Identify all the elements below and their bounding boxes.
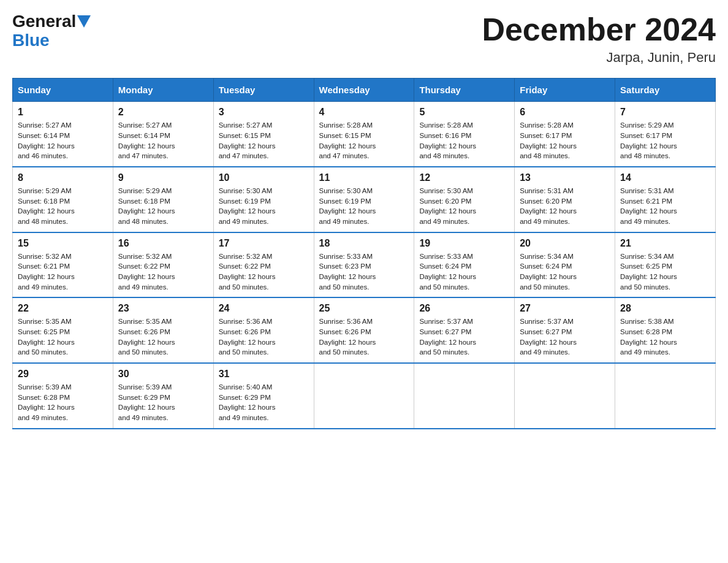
- day-info: Sunrise: 5:31 AMSunset: 6:20 PMDaylight:…: [520, 186, 610, 227]
- day-number: 6: [520, 107, 610, 118]
- calendar-header-row: SundayMondayTuesdayWednesdayThursdayFrid…: [13, 79, 716, 102]
- day-info: Sunrise: 5:32 AMSunset: 6:22 PMDaylight:…: [118, 251, 208, 293]
- calendar-day-cell: 4Sunrise: 5:28 AMSunset: 6:15 PMDaylight…: [314, 102, 414, 167]
- header-day-friday: Friday: [515, 79, 615, 102]
- calendar-day-cell: 8Sunrise: 5:29 AMSunset: 6:18 PMDaylight…: [13, 167, 113, 232]
- calendar-day-cell: 1Sunrise: 5:27 AMSunset: 6:14 PMDaylight…: [13, 102, 113, 167]
- day-info: Sunrise: 5:37 AMSunset: 6:27 PMDaylight:…: [520, 316, 610, 358]
- day-number: 28: [620, 303, 710, 314]
- day-info: Sunrise: 5:29 AMSunset: 6:18 PMDaylight:…: [18, 186, 108, 227]
- day-number: 13: [520, 172, 610, 183]
- day-number: 15: [18, 238, 108, 249]
- day-number: 14: [620, 172, 710, 183]
- calendar-day-cell: 10Sunrise: 5:30 AMSunset: 6:19 PMDayligh…: [213, 167, 314, 232]
- calendar-week-row: 15Sunrise: 5:32 AMSunset: 6:21 PMDayligh…: [13, 232, 716, 298]
- calendar-day-cell: 9Sunrise: 5:29 AMSunset: 6:18 PMDaylight…: [113, 167, 213, 232]
- calendar-day-cell: 6Sunrise: 5:28 AMSunset: 6:17 PMDaylight…: [515, 102, 615, 167]
- day-number: 29: [18, 369, 108, 380]
- calendar-day-cell: 24Sunrise: 5:36 AMSunset: 6:26 PMDayligh…: [213, 297, 314, 363]
- calendar-day-cell: 20Sunrise: 5:34 AMSunset: 6:24 PMDayligh…: [515, 232, 615, 298]
- day-number: 18: [319, 238, 409, 249]
- calendar-day-cell: 3Sunrise: 5:27 AMSunset: 6:15 PMDaylight…: [213, 102, 314, 167]
- calendar-title: December 2024: [482, 12, 716, 47]
- calendar-day-cell: 26Sunrise: 5:37 AMSunset: 6:27 PMDayligh…: [414, 297, 515, 363]
- day-number: 24: [219, 303, 309, 314]
- calendar-week-row: 29Sunrise: 5:39 AMSunset: 6:28 PMDayligh…: [13, 363, 716, 429]
- header-day-sunday: Sunday: [13, 79, 113, 102]
- day-info: Sunrise: 5:40 AMSunset: 6:29 PMDaylight:…: [219, 382, 309, 423]
- calendar-day-cell: 23Sunrise: 5:35 AMSunset: 6:26 PMDayligh…: [113, 297, 213, 363]
- day-info: Sunrise: 5:30 AMSunset: 6:20 PMDaylight:…: [419, 186, 509, 227]
- calendar-day-cell: 16Sunrise: 5:32 AMSunset: 6:22 PMDayligh…: [113, 232, 213, 298]
- svg-marker-0: [77, 15, 91, 28]
- day-number: 12: [419, 172, 509, 183]
- calendar-empty-cell: [414, 363, 515, 429]
- calendar-week-row: 22Sunrise: 5:35 AMSunset: 6:25 PMDayligh…: [13, 297, 716, 363]
- day-number: 20: [520, 238, 610, 249]
- day-info: Sunrise: 5:35 AMSunset: 6:26 PMDaylight:…: [118, 316, 208, 358]
- day-number: 3: [219, 107, 309, 118]
- calendar-empty-cell: [314, 363, 414, 429]
- day-number: 26: [419, 303, 509, 314]
- day-number: 4: [319, 107, 409, 118]
- calendar-day-cell: 21Sunrise: 5:34 AMSunset: 6:25 PMDayligh…: [615, 232, 716, 298]
- day-number: 2: [118, 107, 208, 118]
- day-info: Sunrise: 5:28 AMSunset: 6:16 PMDaylight:…: [419, 120, 509, 161]
- day-info: Sunrise: 5:33 AMSunset: 6:23 PMDaylight:…: [319, 251, 409, 293]
- calendar-day-cell: 7Sunrise: 5:29 AMSunset: 6:17 PMDaylight…: [615, 102, 716, 167]
- calendar-empty-cell: [615, 363, 716, 429]
- calendar-day-cell: 15Sunrise: 5:32 AMSunset: 6:21 PMDayligh…: [13, 232, 113, 298]
- logo-blue-text: Blue: [12, 31, 50, 50]
- calendar-day-cell: 11Sunrise: 5:30 AMSunset: 6:19 PMDayligh…: [314, 167, 414, 232]
- day-info: Sunrise: 5:37 AMSunset: 6:27 PMDaylight:…: [419, 316, 509, 358]
- calendar-day-cell: 17Sunrise: 5:32 AMSunset: 6:22 PMDayligh…: [213, 232, 314, 298]
- calendar-day-cell: 22Sunrise: 5:35 AMSunset: 6:25 PMDayligh…: [13, 297, 113, 363]
- calendar-day-cell: 14Sunrise: 5:31 AMSunset: 6:21 PMDayligh…: [615, 167, 716, 232]
- logo-triangle-icon: [77, 15, 91, 28]
- calendar-day-cell: 5Sunrise: 5:28 AMSunset: 6:16 PMDaylight…: [414, 102, 515, 167]
- calendar-table: SundayMondayTuesdayWednesdayThursdayFrid…: [12, 78, 716, 429]
- day-info: Sunrise: 5:32 AMSunset: 6:22 PMDaylight:…: [219, 251, 309, 293]
- day-number: 19: [419, 238, 509, 249]
- logo: General Blue: [12, 12, 91, 50]
- title-block: December 2024 Jarpa, Junin, Peru: [482, 12, 716, 66]
- calendar-day-cell: 2Sunrise: 5:27 AMSunset: 6:14 PMDaylight…: [113, 102, 213, 167]
- day-info: Sunrise: 5:35 AMSunset: 6:25 PMDaylight:…: [18, 316, 108, 358]
- calendar-location: Jarpa, Junin, Peru: [482, 50, 716, 66]
- day-number: 22: [18, 303, 108, 314]
- header-day-saturday: Saturday: [615, 79, 716, 102]
- day-info: Sunrise: 5:39 AMSunset: 6:29 PMDaylight:…: [118, 382, 208, 423]
- calendar-week-row: 1Sunrise: 5:27 AMSunset: 6:14 PMDaylight…: [13, 102, 716, 167]
- day-info: Sunrise: 5:29 AMSunset: 6:17 PMDaylight:…: [620, 120, 710, 161]
- calendar-day-cell: 30Sunrise: 5:39 AMSunset: 6:29 PMDayligh…: [113, 363, 213, 429]
- day-info: Sunrise: 5:32 AMSunset: 6:21 PMDaylight:…: [18, 251, 108, 293]
- page-header: General Blue December 2024 Jarpa, Junin,…: [12, 12, 716, 66]
- day-info: Sunrise: 5:33 AMSunset: 6:24 PMDaylight:…: [419, 251, 509, 293]
- day-info: Sunrise: 5:27 AMSunset: 6:14 PMDaylight:…: [18, 120, 108, 161]
- calendar-day-cell: 13Sunrise: 5:31 AMSunset: 6:20 PMDayligh…: [515, 167, 615, 232]
- day-info: Sunrise: 5:36 AMSunset: 6:26 PMDaylight:…: [319, 316, 409, 358]
- day-number: 25: [319, 303, 409, 314]
- day-info: Sunrise: 5:27 AMSunset: 6:14 PMDaylight:…: [118, 120, 208, 161]
- day-number: 16: [118, 238, 208, 249]
- day-number: 30: [118, 369, 208, 380]
- day-number: 5: [419, 107, 509, 118]
- header-day-thursday: Thursday: [414, 79, 515, 102]
- day-info: Sunrise: 5:31 AMSunset: 6:21 PMDaylight:…: [620, 186, 710, 227]
- day-info: Sunrise: 5:36 AMSunset: 6:26 PMDaylight:…: [219, 316, 309, 358]
- day-number: 23: [118, 303, 208, 314]
- day-number: 11: [319, 172, 409, 183]
- day-number: 10: [219, 172, 309, 183]
- day-number: 7: [620, 107, 710, 118]
- header-day-monday: Monday: [113, 79, 213, 102]
- day-number: 8: [18, 172, 108, 183]
- day-number: 21: [620, 238, 710, 249]
- day-info: Sunrise: 5:38 AMSunset: 6:28 PMDaylight:…: [620, 316, 710, 358]
- calendar-day-cell: 28Sunrise: 5:38 AMSunset: 6:28 PMDayligh…: [615, 297, 716, 363]
- calendar-day-cell: 27Sunrise: 5:37 AMSunset: 6:27 PMDayligh…: [515, 297, 615, 363]
- day-number: 31: [219, 369, 309, 380]
- calendar-day-cell: 18Sunrise: 5:33 AMSunset: 6:23 PMDayligh…: [314, 232, 414, 298]
- day-info: Sunrise: 5:27 AMSunset: 6:15 PMDaylight:…: [219, 120, 309, 161]
- calendar-empty-cell: [515, 363, 615, 429]
- day-info: Sunrise: 5:39 AMSunset: 6:28 PMDaylight:…: [18, 382, 108, 423]
